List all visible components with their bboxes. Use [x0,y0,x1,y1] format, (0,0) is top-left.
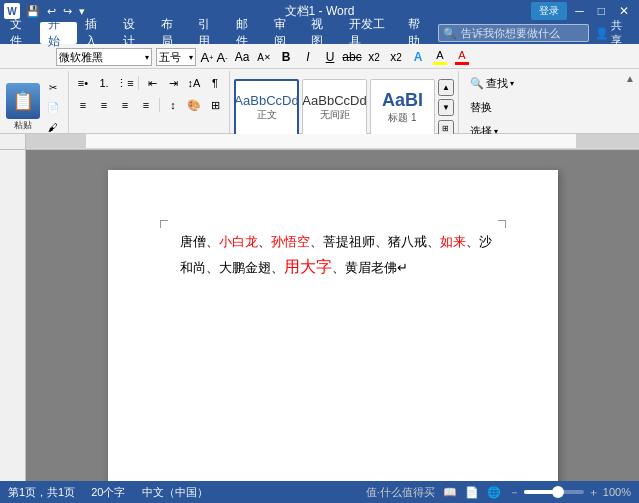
para-divider1 [138,76,139,90]
zoom-in-btn[interactable]: ＋ [588,485,599,500]
svg-rect-2 [576,134,639,148]
paste-button[interactable]: 📋 粘贴 [6,83,40,132]
font-size-select[interactable]: 五号 [156,48,196,66]
style-normal[interactable]: AaBbCcDd 正文 [234,79,299,137]
style-no-spacing[interactable]: AaBbCcDd 无间距 [302,79,367,137]
window-title: 文档1 - Word [285,3,355,20]
copy-btn[interactable]: 📄 [44,99,62,117]
watermark-text: 值·什么值得买 [366,485,435,500]
menu-bar: 文件 开始 插入 设计 布局 引用 邮件 审阅 视图 开发工具 帮助 🔍 告诉我… [0,22,639,44]
text-segment-4: 孙悟空 [271,234,310,249]
clipboard-content: 📋 粘贴 ✂ 📄 🖌 [6,73,62,142]
style-down-btn[interactable]: ▼ [438,99,454,116]
text-segment-5: 、菩提祖师、猪八戒、 [310,234,440,249]
font-name-select[interactable]: 微软雅黑 [56,48,152,66]
text-segment-9: 、黄眉老佛↵ [332,260,408,275]
font-grow-btn[interactable]: A+ [200,50,214,64]
ribbon: 微软雅黑 五号 A+ A- Aa A✕ B I U abc x2 x2 A A [0,44,639,134]
zoom-slider-track[interactable] [524,490,584,494]
justify-btn[interactable]: ≡ [136,95,156,115]
find-btn[interactable]: 🔍查找▾ [463,73,521,94]
page-info: 第1页，共1页 [8,485,75,500]
change-case-btn[interactable]: Aa [233,48,251,66]
ruler-area [0,134,639,150]
left-scroll-gutter [0,150,26,481]
language-info: 中文（中国） [142,485,208,500]
menu-developer[interactable]: 开发工具 [341,22,400,44]
increase-indent-btn[interactable]: ⇥ [163,73,183,93]
ruler-corner [0,134,26,150]
svg-rect-3 [86,134,576,148]
status-left: 第1页，共1页 20个字 中文（中国） [8,485,208,500]
font-size-controls: A+ A- [200,50,229,64]
view-page-btn[interactable]: 📄 [465,486,479,499]
font-shrink-btn[interactable]: A- [215,50,229,64]
para-row2: ≡ ≡ ≡ ≡ ↕ 🎨 ⊞ [73,95,225,115]
menu-layout[interactable]: 布局 [153,22,191,44]
zoom-control: － ＋ 100% [509,485,631,500]
status-bar: 第1页，共1页 20个字 中文（中国） 值·什么值得买 📖 📄 🌐 － ＋ 10… [0,481,639,503]
menu-references[interactable]: 引用 [190,22,228,44]
ribbon-expand-btn[interactable]: ▲ [625,73,635,84]
text-effect-btn[interactable]: A [409,48,427,66]
bullets-btn[interactable]: ≡• [73,73,93,93]
menu-review[interactable]: 审阅 [266,22,304,44]
menu-mailings[interactable]: 邮件 [228,22,266,44]
document-area[interactable]: 唐僧、小白龙、孙悟空、菩提祖师、猪八戒、如来、沙和尚、大鹏金翅、用大字、黄眉老佛… [26,150,639,481]
menu-view[interactable]: 视图 [303,22,341,44]
align-left-btn[interactable]: ≡ [73,95,93,115]
view-read-btn[interactable]: 📖 [443,486,457,499]
paste-label: 粘贴 [14,119,32,132]
bold-button[interactable]: B [277,48,295,66]
align-right-btn[interactable]: ≡ [115,95,135,115]
para-row1: ≡• 1. ⋮≡ ⇤ ⇥ ↕A ¶ [73,73,225,93]
highlight-btn[interactable]: A [431,48,449,66]
font-color-btn[interactable]: A [453,48,471,66]
menu-help[interactable]: 帮助 [400,22,438,44]
status-right: 值·什么值得买 📖 📄 🌐 － ＋ 100% [366,485,631,500]
shading-btn[interactable]: 🎨 [184,95,204,115]
replace-btn[interactable]: 替换 [463,97,521,118]
style-scroll-arrows: ▲ ▼ ⊞ [438,79,454,137]
borders-btn[interactable]: ⊞ [205,95,225,115]
menu-home[interactable]: 开始 [40,22,78,44]
word-count: 20个字 [91,485,125,500]
main-editing-area: 唐僧、小白龙、孙悟空、菩提祖师、猪八戒、如来、沙和尚、大鹏金翅、用大字、黄眉老佛… [0,150,639,481]
decrease-indent-btn[interactable]: ⇤ [142,73,162,93]
horizontal-ruler [26,134,639,150]
text-segment-8: 用大字 [284,258,332,275]
view-web-btn[interactable]: 🌐 [487,486,501,499]
zoom-out-btn[interactable]: － [509,485,520,500]
menu-design[interactable]: 设计 [115,22,153,44]
menu-file[interactable]: 文件 [2,22,40,44]
italic-button[interactable]: I [299,48,317,66]
multilevel-btn[interactable]: ⋮≡ [115,73,135,93]
numbering-btn[interactable]: 1. [94,73,114,93]
paragraph-content: ≡• 1. ⋮≡ ⇤ ⇥ ↕A ¶ ≡ ≡ ≡ ≡ ↕ 🎨 [73,73,225,142]
para-divider2 [159,98,160,112]
zoom-level: 100% [603,486,631,498]
document-content[interactable]: 唐僧、小白龙、孙悟空、菩提祖师、猪八戒、如来、沙和尚、大鹏金翅、用大字、黄眉老佛… [180,230,498,282]
menu-insert[interactable]: 插入 [77,22,115,44]
text-segment-2: 小白龙 [219,234,258,249]
clipboard-secondary: ✂ 📄 🖌 [44,79,62,137]
ribbon-row1: 微软雅黑 五号 A+ A- Aa A✕ B I U abc x2 x2 A A [0,44,639,69]
strikethrough-btn[interactable]: abc [343,48,361,66]
superscript-btn[interactable]: x2 [387,48,405,66]
clear-format-btn[interactable]: A✕ [255,48,273,66]
paste-icon: 📋 [6,83,40,119]
line-spacing-btn[interactable]: ↕ [163,95,183,115]
text-segment-3: 、 [258,234,271,249]
styles-content: AaBbCcDd 正文 AaBbCcDd 无间距 AaBI 标题 1 ▲ ▼ [234,73,454,142]
style-up-btn[interactable]: ▲ [438,79,454,96]
document-page[interactable]: 唐僧、小白龙、孙悟空、菩提祖师、猪八戒、如来、沙和尚、大鹏金翅、用大字、黄眉老佛… [108,170,558,481]
zoom-slider-thumb[interactable] [552,486,564,498]
style-heading1[interactable]: AaBI 标题 1 [370,79,435,137]
tell-me-search[interactable]: 🔍 告诉我你想要做什么 [438,24,589,42]
cut-btn[interactable]: ✂ [44,79,62,97]
subscript-btn[interactable]: x2 [365,48,383,66]
sort-btn[interactable]: ↕A [184,73,204,93]
show-marks-btn[interactable]: ¶ [205,73,225,93]
align-center-btn[interactable]: ≡ [94,95,114,115]
underline-button[interactable]: U [321,48,339,66]
